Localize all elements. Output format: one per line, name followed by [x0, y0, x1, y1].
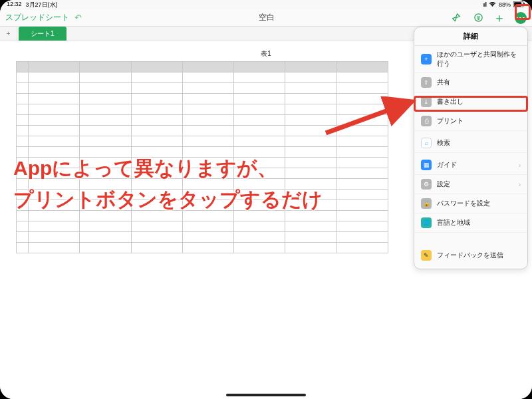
- col-header[interactable]: [234, 62, 285, 72]
- cell[interactable]: [182, 232, 233, 243]
- row-header[interactable]: [17, 200, 29, 211]
- menu-item-share[interactable]: ⇪共有: [414, 73, 527, 92]
- cell[interactable]: [80, 211, 131, 221]
- document-title[interactable]: 空白: [259, 12, 275, 23]
- cell[interactable]: [80, 158, 131, 168]
- cell[interactable]: [336, 104, 388, 115]
- cell[interactable]: [182, 211, 233, 221]
- cell[interactable]: [285, 72, 336, 83]
- row-header[interactable]: [17, 104, 29, 115]
- cell[interactable]: [131, 158, 182, 168]
- row-header[interactable]: [17, 190, 29, 200]
- menu-item-lock[interactable]: 🔒パスワードを設定: [414, 194, 527, 213]
- cell[interactable]: [80, 200, 131, 211]
- cell[interactable]: [234, 158, 285, 168]
- cell[interactable]: [80, 115, 131, 126]
- cell[interactable]: [285, 243, 336, 253]
- cell[interactable]: [131, 147, 182, 158]
- cell[interactable]: [182, 158, 233, 168]
- row-header[interactable]: [17, 94, 29, 104]
- menu-item-person-add[interactable]: +ほかのユーザと共同制作を行う: [414, 46, 527, 73]
- cell[interactable]: [29, 179, 80, 190]
- cell[interactable]: [182, 221, 233, 232]
- col-header[interactable]: [336, 62, 388, 72]
- cell[interactable]: [285, 104, 336, 115]
- cell[interactable]: [80, 104, 131, 115]
- row-header[interactable]: [17, 72, 29, 83]
- row-header[interactable]: [17, 126, 29, 136]
- cell[interactable]: [336, 232, 388, 243]
- cell[interactable]: [234, 179, 285, 190]
- cell[interactable]: [285, 126, 336, 136]
- cell[interactable]: [285, 221, 336, 232]
- cell[interactable]: [182, 168, 233, 179]
- cell[interactable]: [80, 221, 131, 232]
- cell[interactable]: [234, 83, 285, 94]
- cell[interactable]: [336, 136, 388, 147]
- sheet-tab[interactable]: シート1: [19, 27, 66, 41]
- cell[interactable]: [234, 94, 285, 104]
- cell[interactable]: [131, 72, 182, 83]
- menu-item-feedback[interactable]: ✎ フィードバックを送信: [414, 246, 527, 265]
- cell[interactable]: [182, 243, 233, 253]
- cell[interactable]: [182, 72, 233, 83]
- cell[interactable]: [29, 232, 80, 243]
- cell[interactable]: [182, 200, 233, 211]
- cell[interactable]: [131, 168, 182, 179]
- cell[interactable]: [336, 190, 388, 200]
- cell[interactable]: [131, 221, 182, 232]
- cell[interactable]: [234, 211, 285, 221]
- cell[interactable]: [234, 147, 285, 158]
- cell[interactable]: [29, 168, 80, 179]
- cell[interactable]: [234, 168, 285, 179]
- cell[interactable]: [29, 211, 80, 221]
- menu-item-export[interactable]: ⤓書き出し: [414, 92, 527, 112]
- cell[interactable]: [285, 94, 336, 104]
- cell[interactable]: [131, 83, 182, 94]
- row-header[interactable]: [17, 211, 29, 221]
- home-indicator[interactable]: [226, 394, 306, 396]
- menu-item-search[interactable]: ⌕検索: [414, 134, 527, 153]
- row-header[interactable]: [17, 232, 29, 243]
- cell[interactable]: [336, 83, 388, 94]
- cell[interactable]: [285, 147, 336, 158]
- filter-icon[interactable]: [472, 12, 484, 24]
- cell[interactable]: [234, 104, 285, 115]
- cell[interactable]: [336, 94, 388, 104]
- cell[interactable]: [182, 115, 233, 126]
- cell[interactable]: [29, 221, 80, 232]
- cell[interactable]: [182, 104, 233, 115]
- menu-item-guide[interactable]: ▦ガイド›: [414, 156, 527, 175]
- cell[interactable]: [336, 168, 388, 179]
- cell[interactable]: [29, 136, 80, 147]
- row-header[interactable]: [17, 168, 29, 179]
- cell[interactable]: [131, 200, 182, 211]
- cell[interactable]: [29, 158, 80, 168]
- cell[interactable]: [234, 221, 285, 232]
- cell[interactable]: [285, 232, 336, 243]
- add-icon[interactable]: ＋: [493, 12, 505, 24]
- menu-item-printer[interactable]: ⎙プリント: [414, 112, 527, 131]
- cell[interactable]: [336, 126, 388, 136]
- cell[interactable]: [182, 136, 233, 147]
- cell[interactable]: [182, 179, 233, 190]
- cell[interactable]: [234, 190, 285, 200]
- cell[interactable]: [336, 115, 388, 126]
- cell[interactable]: [29, 72, 80, 83]
- spreadsheet-grid[interactable]: [16, 61, 388, 253]
- cell[interactable]: [29, 126, 80, 136]
- cell[interactable]: [80, 243, 131, 253]
- menu-item-globe[interactable]: 🌐言語と地域: [414, 213, 527, 233]
- cell[interactable]: [131, 211, 182, 221]
- more-menu-button[interactable]: •••: [515, 12, 527, 24]
- cell[interactable]: [182, 83, 233, 94]
- cell[interactable]: [80, 72, 131, 83]
- cell[interactable]: [182, 126, 233, 136]
- cell[interactable]: [234, 232, 285, 243]
- cell[interactable]: [285, 200, 336, 211]
- cell[interactable]: [234, 72, 285, 83]
- cell[interactable]: [336, 200, 388, 211]
- back-button[interactable]: スプレッドシート: [5, 12, 69, 23]
- cell[interactable]: [29, 147, 80, 158]
- row-header[interactable]: [17, 136, 29, 147]
